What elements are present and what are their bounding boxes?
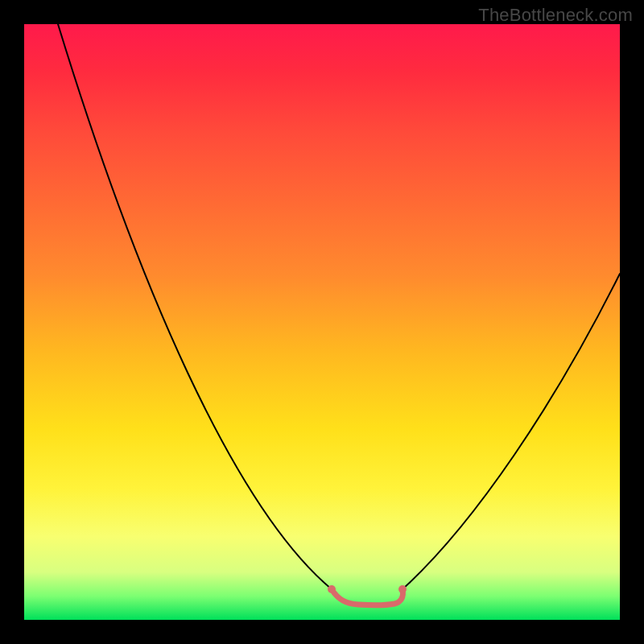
plot-area [24, 24, 620, 620]
series-valley-floor-endpoint [328, 585, 336, 593]
series-left-arm [58, 24, 332, 589]
curve-layer [24, 24, 620, 620]
series-valley-floor-endpoint [398, 585, 407, 593]
series-right-arm [402, 274, 620, 589]
chart-frame: TheBottleneck.com [0, 0, 644, 644]
watermark-text: TheBottleneck.com [478, 5, 633, 26]
series-container [58, 24, 620, 605]
series-valley-floor [332, 589, 403, 605]
